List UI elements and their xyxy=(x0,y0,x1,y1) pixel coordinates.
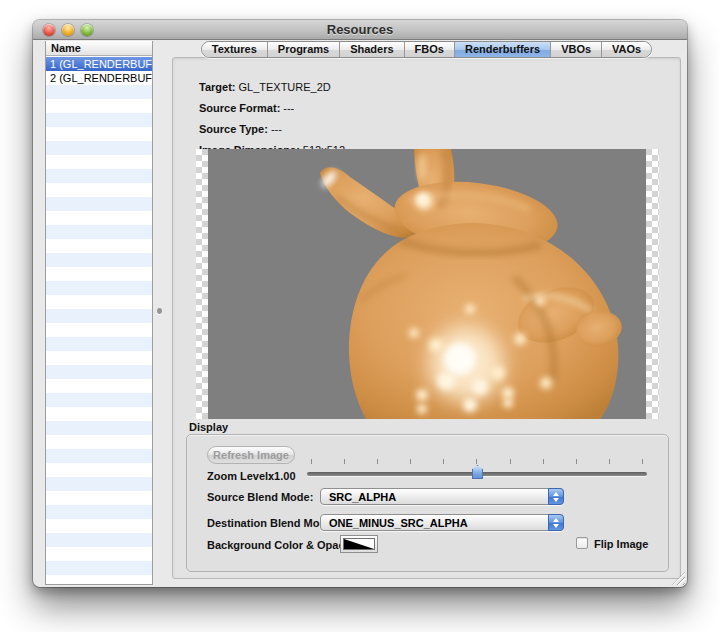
target-value: GL_TEXTURE_2D xyxy=(238,81,330,93)
arrow-up-icon xyxy=(553,492,559,496)
source-blend-popup[interactable]: SRC_ALPHA xyxy=(320,488,564,505)
slider-tick xyxy=(311,459,312,464)
tab-vaos[interactable]: VAOs xyxy=(602,42,651,57)
splitter-handle[interactable] xyxy=(157,308,162,314)
slider-tick xyxy=(344,459,345,464)
tab-renderbuffers[interactable]: Renderbuffers xyxy=(455,42,551,57)
close-button[interactable] xyxy=(43,24,55,36)
target-label: Target: xyxy=(199,81,235,93)
tab-bar-wrap: TexturesProgramsShadersFBOsRenderbuffers… xyxy=(172,41,681,58)
dest-blend-popup[interactable]: ONE_MINUS_SRC_ALPHA xyxy=(320,514,564,531)
slider-tick xyxy=(410,459,411,464)
flip-image-checkbox[interactable] xyxy=(576,537,588,549)
background-color-well[interactable] xyxy=(340,535,378,553)
desktop: Resources Name 1 (GL_RENDERBUFFE...2 (GL… xyxy=(0,0,719,632)
source-blend-value: SRC_ALPHA xyxy=(321,491,548,503)
source-format-row: Source Format:--- xyxy=(199,102,294,115)
zoom-level-label: Zoom Level: xyxy=(207,470,272,482)
dest-blend-value: ONE_MINUS_SRC_ALPHA xyxy=(321,517,548,529)
source-type-value: --- xyxy=(271,123,282,135)
resources-window: Resources Name 1 (GL_RENDERBUFFE...2 (GL… xyxy=(33,20,687,587)
zoom-button[interactable] xyxy=(81,24,93,36)
bunny-render xyxy=(208,149,646,419)
texture-preview-view xyxy=(196,149,659,419)
source-format-value: --- xyxy=(283,102,294,114)
zoom-slider[interactable] xyxy=(307,459,647,481)
dest-blend-label: Destination Blend Mode: xyxy=(207,517,336,529)
title-bar[interactable]: Resources xyxy=(33,20,687,40)
slider-tick xyxy=(443,459,444,464)
arrow-down-icon xyxy=(553,498,559,502)
tab-bar: TexturesProgramsShadersFBOsRenderbuffers… xyxy=(201,41,652,58)
arrow-down-icon xyxy=(553,524,559,528)
window-content: Name 1 (GL_RENDERBUFFE...2 (GL_RENDERBUF… xyxy=(33,41,687,587)
popup-stepper-icon xyxy=(548,514,564,531)
slider-tick xyxy=(476,459,477,464)
texture-image-bunny xyxy=(208,149,646,419)
slider-tick xyxy=(576,459,577,464)
window-title: Resources xyxy=(33,20,687,40)
main-pane: Target:GL_TEXTURE_2D Source Format:--- S… xyxy=(172,57,681,579)
tab-shaders[interactable]: Shaders xyxy=(340,42,404,57)
zoom-slider-thumb[interactable] xyxy=(472,465,483,479)
source-blend-label: Source Blend Mode: xyxy=(207,491,313,503)
source-format-label: Source Format: xyxy=(199,102,280,114)
opacity-wedge-icon xyxy=(343,538,375,550)
tab-textures[interactable]: Textures xyxy=(202,42,268,57)
source-type-label: Source Type: xyxy=(199,123,268,135)
tab-vbos[interactable]: VBOs xyxy=(551,42,602,57)
resource-list: 1 (GL_RENDERBUFFE...2 (GL_RENDERBUFFE... xyxy=(46,57,152,584)
source-type-row: Source Type:--- xyxy=(199,123,282,136)
display-section-label: Display xyxy=(189,421,228,433)
refresh-image-button[interactable]: Refresh Image xyxy=(207,446,295,464)
slider-tick xyxy=(510,459,511,464)
resource-sidebar: Name 1 (GL_RENDERBUFFE...2 (GL_RENDERBUF… xyxy=(45,41,153,585)
tab-programs[interactable]: Programs xyxy=(268,42,340,57)
flip-image-label: Flip Image xyxy=(594,538,648,550)
slider-tick xyxy=(609,459,610,464)
list-item[interactable]: 1 (GL_RENDERBUFFE... xyxy=(46,57,152,71)
target-row: Target:GL_TEXTURE_2D xyxy=(199,81,331,94)
slider-tick xyxy=(377,459,378,464)
background-color-label: Background Color & Opacity: xyxy=(207,539,361,551)
display-groupbox: Refresh Image Zoom Level: x1.00 Source B… xyxy=(186,434,669,572)
arrow-up-icon xyxy=(553,518,559,522)
sidebar-name-header[interactable]: Name xyxy=(46,41,152,56)
zoom-level-value: x1.00 xyxy=(268,470,296,482)
tab-fbos[interactable]: FBOs xyxy=(405,42,455,57)
slider-tick xyxy=(642,459,643,464)
popup-stepper-icon xyxy=(548,488,564,505)
list-item[interactable]: 2 (GL_RENDERBUFFE... xyxy=(46,71,152,85)
slider-tick xyxy=(543,459,544,464)
minimize-button[interactable] xyxy=(62,24,74,36)
slider-ticks xyxy=(311,459,643,464)
